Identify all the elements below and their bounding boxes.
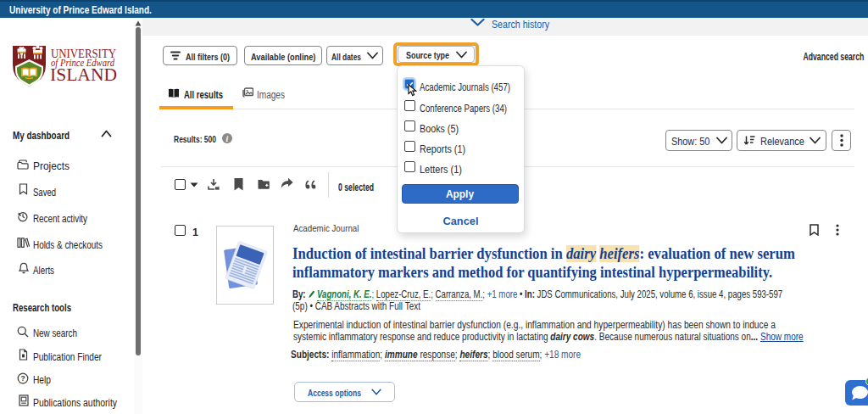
svg-text:?: ? — [20, 374, 25, 383]
svg-text:ISLAND: ISLAND — [50, 64, 117, 85]
